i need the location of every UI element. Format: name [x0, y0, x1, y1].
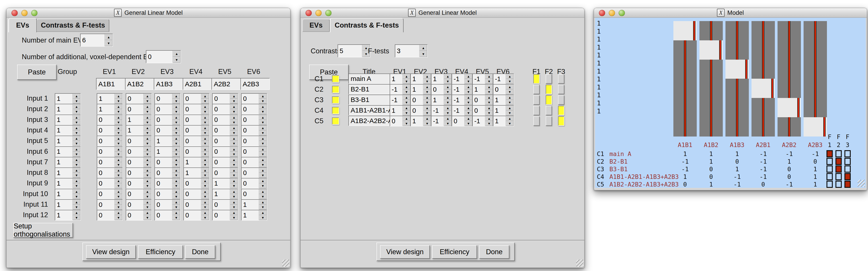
ftest-member-checkbox[interactable] — [558, 74, 564, 83]
spin-down-button[interactable]: ▼ — [173, 173, 180, 178]
ev-value-spinbox[interactable]: 0▲▼ — [212, 146, 238, 157]
ev-value-spinbox[interactable]: 0▲▼ — [154, 189, 181, 200]
spin-up-button[interactable]: ▲ — [144, 189, 151, 194]
ev-name-entry[interactable]: A1B3 — [154, 78, 183, 90]
spin-down-button[interactable]: ▼ — [202, 152, 209, 157]
ev-value-spinbox[interactable]: 0▲▼ — [126, 104, 152, 114]
ev-value-spinbox[interactable]: 0▲▼ — [212, 210, 238, 221]
spin-up-button[interactable]: ▲ — [115, 200, 122, 205]
spin-down-button[interactable]: ▼ — [485, 121, 493, 126]
group-spinbox[interactable]: 1▲▼ — [55, 136, 81, 146]
spin-up-button[interactable]: ▲ — [202, 189, 209, 194]
spin-down-button[interactable]: ▼ — [144, 141, 151, 146]
spin-up-button[interactable]: ▲ — [444, 74, 452, 79]
spin-down-button[interactable]: ▼ — [115, 205, 122, 210]
contrast-value-spinbox[interactable]: 1▲▼ — [410, 73, 431, 84]
spin-down-button[interactable]: ▼ — [465, 121, 472, 126]
contrast-value-spinbox[interactable]: 0▲▼ — [493, 84, 514, 95]
main-evs-spinbox[interactable]: 6▲▼ — [80, 34, 113, 46]
contrast-value-spinbox[interactable]: -1▲▼ — [431, 116, 452, 127]
contrast-value-spinbox[interactable]: -1▲▼ — [452, 95, 473, 105]
spin-down-button[interactable]: ▼ — [259, 120, 267, 125]
spin-up-button[interactable]: ▲ — [144, 200, 151, 205]
spin-up-button[interactable]: ▲ — [259, 104, 267, 109]
spin-up-button[interactable]: ▲ — [202, 178, 209, 183]
done-button[interactable]: Done — [185, 245, 215, 259]
spin-up-button[interactable]: ▲ — [259, 210, 267, 215]
ev-value-spinbox[interactable]: 0▲▼ — [183, 114, 210, 125]
ev-value-spinbox[interactable]: 0▲▼ — [241, 93, 267, 104]
ftest-member-checkbox[interactable] — [533, 85, 539, 94]
spin-up-button[interactable]: ▲ — [115, 115, 122, 120]
ev-name-entry[interactable]: A2B3 — [240, 78, 270, 90]
ev-value-spinbox[interactable]: 0▲▼ — [154, 167, 181, 178]
efficiency-button[interactable]: Efficiency — [138, 245, 183, 259]
resize-grip[interactable] — [858, 180, 865, 187]
ev-value-spinbox[interactable]: 0▲▼ — [212, 93, 238, 104]
contrast-title-entry[interactable]: B2-B1 — [348, 84, 392, 94]
ev-value-spinbox[interactable]: 0▲▼ — [126, 157, 152, 168]
spin-up-button[interactable]: ▲ — [403, 116, 410, 121]
ev-name-entry[interactable]: A2B1 — [183, 78, 212, 90]
spin-up-button[interactable]: ▲ — [173, 50, 181, 57]
ftest-member-checkbox[interactable] — [558, 106, 564, 115]
ev-value-spinbox[interactable]: 0▲▼ — [212, 104, 238, 114]
ev-value-spinbox[interactable]: 1▲▼ — [154, 146, 181, 157]
spin-up-button[interactable]: ▲ — [144, 147, 151, 152]
spin-up-button[interactable]: ▲ — [259, 136, 267, 141]
contrast-value-spinbox[interactable]: -1▲▼ — [472, 73, 493, 84]
spin-up-button[interactable]: ▲ — [144, 104, 151, 109]
ev-value-spinbox[interactable]: 0▲▼ — [97, 146, 123, 157]
spin-up-button[interactable]: ▲ — [230, 104, 238, 109]
spin-down-button[interactable]: ▼ — [202, 215, 209, 220]
ftest-member-checkbox[interactable] — [533, 95, 539, 105]
view-design-button[interactable]: View design — [86, 245, 136, 259]
spin-up-button[interactable]: ▲ — [115, 104, 122, 109]
ftest-member-checkbox[interactable] — [533, 116, 539, 126]
spin-down-button[interactable]: ▼ — [444, 110, 452, 115]
spin-down-button[interactable]: ▼ — [144, 120, 151, 125]
spin-up-button[interactable]: ▲ — [73, 94, 80, 99]
spin-down-button[interactable]: ▼ — [202, 99, 209, 104]
spin-up-button[interactable]: ▲ — [73, 189, 80, 194]
spin-up-button[interactable]: ▲ — [73, 115, 80, 120]
spin-down-button[interactable]: ▼ — [173, 183, 180, 188]
spin-down-button[interactable]: ▼ — [506, 100, 514, 105]
contrast-value-spinbox[interactable]: -1▲▼ — [452, 73, 473, 84]
contrast-title-entry[interactable]: B3-B1 — [348, 95, 392, 105]
spin-down-button[interactable]: ▼ — [485, 100, 493, 105]
resize-grip[interactable] — [282, 260, 289, 267]
spin-up-button[interactable]: ▲ — [144, 157, 151, 162]
ev-value-spinbox[interactable]: 0▲▼ — [97, 157, 123, 168]
contrast-value-spinbox[interactable]: 1▲▼ — [431, 73, 452, 84]
spin-up-button[interactable]: ▲ — [230, 94, 238, 99]
spin-up-button[interactable]: ▲ — [465, 95, 472, 100]
spin-up-button[interactable]: ▲ — [230, 168, 238, 173]
ev-value-spinbox[interactable]: 0▲▼ — [154, 199, 181, 210]
spin-down-button[interactable]: ▼ — [403, 110, 410, 115]
spin-up-button[interactable]: ▲ — [444, 95, 452, 100]
spin-up-button[interactable]: ▲ — [73, 200, 80, 205]
contrast-value-spinbox[interactable]: 1▲▼ — [390, 105, 411, 116]
spin-up-button[interactable]: ▲ — [144, 94, 151, 99]
ev-value-spinbox[interactable]: 1▲▼ — [126, 125, 152, 136]
ev-value-spinbox[interactable]: 0▲▼ — [126, 146, 152, 157]
close-button[interactable] — [306, 10, 312, 16]
ev-value-spinbox[interactable]: 0▲▼ — [154, 104, 181, 114]
spin-down-button[interactable]: ▼ — [115, 141, 122, 146]
spin-up-button[interactable]: ▲ — [423, 84, 431, 90]
spin-down-button[interactable]: ▼ — [403, 90, 410, 94]
zoom-button[interactable] — [325, 10, 332, 16]
contrast-value-spinbox[interactable]: 0▲▼ — [410, 105, 431, 116]
spin-down-button[interactable]: ▼ — [485, 110, 493, 115]
spin-down-button[interactable]: ▼ — [115, 194, 122, 199]
spin-up-button[interactable]: ▲ — [230, 189, 238, 194]
spin-up-button[interactable]: ▲ — [115, 126, 122, 131]
ev-value-spinbox[interactable]: 0▲▼ — [126, 167, 152, 178]
spin-down-button[interactable]: ▼ — [73, 162, 80, 167]
spin-down-button[interactable]: ▼ — [144, 152, 151, 157]
ev-value-spinbox[interactable]: 0▲▼ — [183, 146, 210, 157]
ev-value-spinbox[interactable]: 1▲▼ — [97, 93, 123, 104]
ev-value-spinbox[interactable]: 0▲▼ — [126, 199, 152, 210]
spin-up-button[interactable]: ▲ — [173, 210, 180, 215]
